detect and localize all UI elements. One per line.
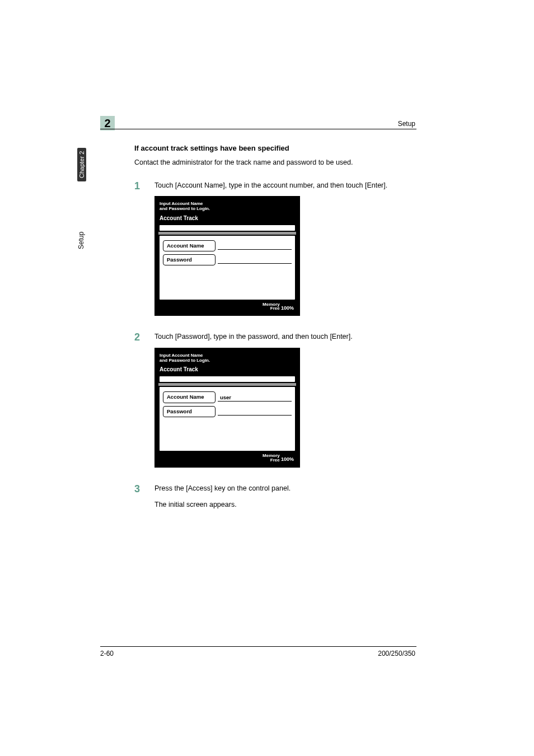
- screen-instruction: Input Account Name and Password to Login…: [158, 352, 296, 365]
- screen-body: Account Name Password: [158, 235, 296, 301]
- step-text: Touch [Account Name], type in the accoun…: [154, 180, 415, 191]
- sidebar-setup-label: Setup: [77, 232, 85, 249]
- password-button[interactable]: Password: [163, 406, 216, 417]
- password-button[interactable]: Password: [163, 254, 216, 265]
- free-label: Free: [270, 458, 280, 463]
- password-value: [218, 256, 292, 264]
- intro-paragraph: Contact the administrator for the track …: [134, 158, 415, 168]
- footer-model: 200/250/350: [378, 650, 415, 657]
- step-after-text: The initial screen appears.: [154, 500, 415, 510]
- header-label: Setup: [398, 120, 415, 128]
- footer-page: 2-60: [100, 650, 114, 657]
- screen-body: Account Name user Password: [158, 386, 296, 452]
- screen-header-line1: Input Account Name: [160, 353, 295, 358]
- password-value: [218, 408, 292, 416]
- sidebar-chapter: Chapter 2: [77, 148, 86, 185]
- account-name-button[interactable]: Account Name: [163, 240, 216, 251]
- main-content: If account track settings have been spec…: [134, 144, 415, 516]
- screen-divider: [158, 232, 296, 235]
- header-rule: [100, 129, 416, 129]
- screen-title: Account Track: [158, 365, 296, 375]
- account-name-value: [218, 242, 292, 250]
- step-number: 2: [134, 332, 154, 480]
- account-track-screen-1: Input Account Name and Password to Login…: [154, 196, 300, 316]
- step-number: 1: [134, 180, 154, 329]
- screen-footer: Memory Free 100%: [158, 301, 296, 312]
- step-1: 1 Touch [Account Name], type in the acco…: [134, 180, 415, 329]
- screen-top-field: [158, 224, 296, 232]
- screen-top-field: [158, 375, 296, 383]
- step-text: Press the [Access] key on the control pa…: [154, 483, 415, 494]
- free-label: Free: [270, 306, 280, 311]
- memory-percent: 100%: [281, 305, 294, 311]
- account-name-value: user: [218, 394, 292, 402]
- screen-header-line2: and Password to Login.: [160, 358, 295, 363]
- account-name-button[interactable]: Account Name: [163, 391, 216, 403]
- memory-percent: 100%: [281, 457, 294, 463]
- account-track-screen-2: Input Account Name and Password to Login…: [154, 348, 300, 468]
- sidebar-chapter-label: Chapter 2: [77, 148, 86, 181]
- footer-rule: [100, 646, 416, 647]
- screen-footer: Memory Free 100%: [158, 452, 296, 464]
- screen-instruction: Input Account Name and Password to Login…: [158, 200, 296, 213]
- screen-header-line2: and Password to Login.: [160, 206, 295, 211]
- step-3: 3 Press the [Access] key on the control …: [134, 483, 415, 516]
- section-title: If account track settings have been spec…: [134, 144, 415, 152]
- step-2: 2 Touch [Password], type in the password…: [134, 332, 415, 480]
- step-number: 3: [134, 483, 154, 516]
- step-text: Touch [Password], type in the password, …: [154, 332, 415, 342]
- screen-title: Account Track: [158, 214, 296, 224]
- sidebar-setup: Setup: [77, 232, 85, 249]
- screen-header-line1: Input Account Name: [160, 201, 295, 206]
